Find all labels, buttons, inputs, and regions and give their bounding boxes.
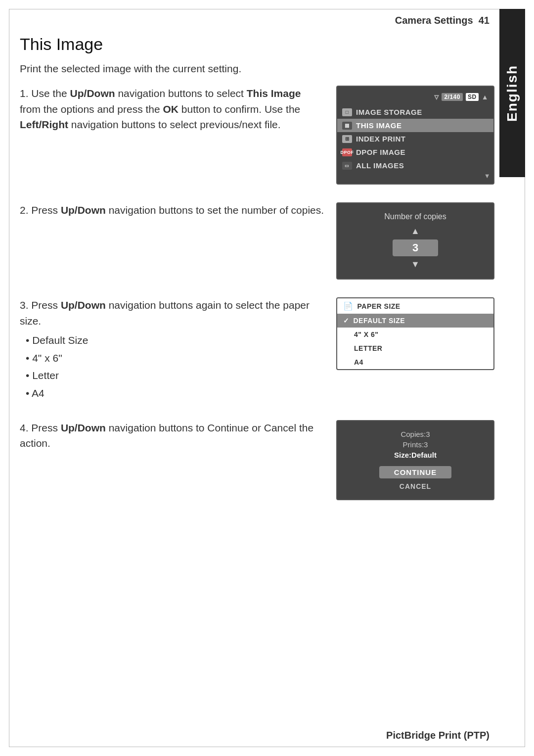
camera-screen-3: 📄 PAPER SIZE ✓ DEFAULT SIZE 4" X 6" LETT… xyxy=(336,297,494,370)
dpof-icon: DPOF xyxy=(342,148,352,156)
sd-badge: SD xyxy=(466,93,479,101)
step-4-row: 4. Press Up/Down navigation buttons to C… xyxy=(20,420,494,500)
menu-item-index-print: ⊞ INDEX PRINT xyxy=(337,132,493,145)
cancel-button[interactable]: CANCEL xyxy=(342,482,489,490)
paper-icon: 📄 xyxy=(343,301,354,311)
confirm-prints: Prints:3 xyxy=(342,440,489,449)
intro-text: Print the selected image with the curren… xyxy=(20,63,494,75)
cam-header: ▿ 2/140 SD ▲ xyxy=(337,91,493,105)
camera-screen-2: Number of copies ▲ 3 ▼ xyxy=(336,202,494,280)
copies-value: 3 xyxy=(393,239,438,256)
cam-icon: ▿ xyxy=(434,92,439,102)
confirm-size: Size:Default xyxy=(342,451,489,459)
camera-screen-1: ▿ 2/140 SD ▲ □ IMAGE STORAGE ▩ THIS IMAG… xyxy=(336,86,494,185)
menu-item-dpof-image: DPOF DPOF IMAGE xyxy=(337,145,493,159)
step-4-image: Copies:3 Prints:3 Size:Default CONTINUE … xyxy=(336,420,494,500)
continue-button-wrapper: CONTINUE xyxy=(342,461,489,482)
language-tab: English xyxy=(499,9,525,177)
step-3-row: 3. Press Up/Down navigation buttons agai… xyxy=(20,297,494,402)
image-icon: ▩ xyxy=(342,122,352,130)
paper-size-4x6: 4" x 6" xyxy=(26,349,324,367)
step-1-row: 1. Use the Up/Down navigation buttons to… xyxy=(20,86,494,185)
confirm-copies: Copies:3 xyxy=(342,430,489,438)
paper-size-a4: A4 xyxy=(26,384,324,402)
page-header: Camera Settings 41 xyxy=(395,15,490,26)
step-4-number: 4. xyxy=(20,422,31,433)
check-mark: ✓ xyxy=(343,317,350,325)
continue-button[interactable]: CONTINUE xyxy=(379,466,451,478)
step-1-text: 1. Use the Up/Down navigation buttons to… xyxy=(20,86,336,133)
menu-item-image-storage: □ IMAGE STORAGE xyxy=(337,105,493,119)
menu-item-this-image: ▩ THIS IMAGE xyxy=(337,119,493,132)
paper-size-default: Default Size xyxy=(26,331,324,349)
step-1-number: 1. xyxy=(20,88,31,99)
counter-badge: 2/140 xyxy=(442,93,463,101)
copies-arrow-down: ▼ xyxy=(342,259,489,270)
storage-icon: □ xyxy=(342,108,352,116)
page-title: This Image xyxy=(20,35,494,54)
menu-item-all-images: ▭ ALL IMAGES xyxy=(337,159,493,172)
step-1-image: ▿ 2/140 SD ▲ □ IMAGE STORAGE ▩ THIS IMAG… xyxy=(336,86,494,185)
paper-a4: A4 xyxy=(337,355,493,369)
paper-default-size: ✓ DEFAULT SIZE xyxy=(337,314,493,328)
main-content: This Image Print the selected image with… xyxy=(20,35,494,726)
step-3-number: 3. xyxy=(20,299,31,311)
copies-value-box: 3 xyxy=(342,239,489,259)
page-footer: PictBridge Print (PTP) xyxy=(386,730,490,741)
paper-size-letter: Letter xyxy=(26,367,324,384)
grid-icon: ⊞ xyxy=(342,135,352,143)
step-2-row: 2. Press Up/Down navigation buttons to s… xyxy=(20,202,494,280)
paper-letter: LETTER xyxy=(337,341,493,355)
copies-arrow-up: ▲ xyxy=(342,226,489,236)
copies-label: Number of copies xyxy=(342,212,489,221)
paper-4x6: 4" X 6" xyxy=(337,328,493,341)
allimages-icon: ▭ xyxy=(342,162,352,170)
step-4-text: 4. Press Up/Down navigation buttons to C… xyxy=(20,420,336,451)
step-2-text: 2. Press Up/Down navigation buttons to s… xyxy=(20,202,336,218)
step-2-image: Number of copies ▲ 3 ▼ xyxy=(336,202,494,280)
step-3-image: 📄 PAPER SIZE ✓ DEFAULT SIZE 4" X 6" LETT… xyxy=(336,297,494,370)
scroll-down-arrow: ▼ xyxy=(337,172,493,180)
paper-size-list: Default Size 4" x 6" Letter A4 xyxy=(20,331,324,402)
paper-size-header: 📄 PAPER SIZE xyxy=(337,298,493,314)
step-3-text: 3. Press Up/Down navigation buttons agai… xyxy=(20,297,336,402)
scroll-up-arrow: ▲ xyxy=(482,93,489,101)
step-2-number: 2. xyxy=(20,204,31,216)
camera-screen-4: Copies:3 Prints:3 Size:Default CONTINUE … xyxy=(336,420,494,500)
